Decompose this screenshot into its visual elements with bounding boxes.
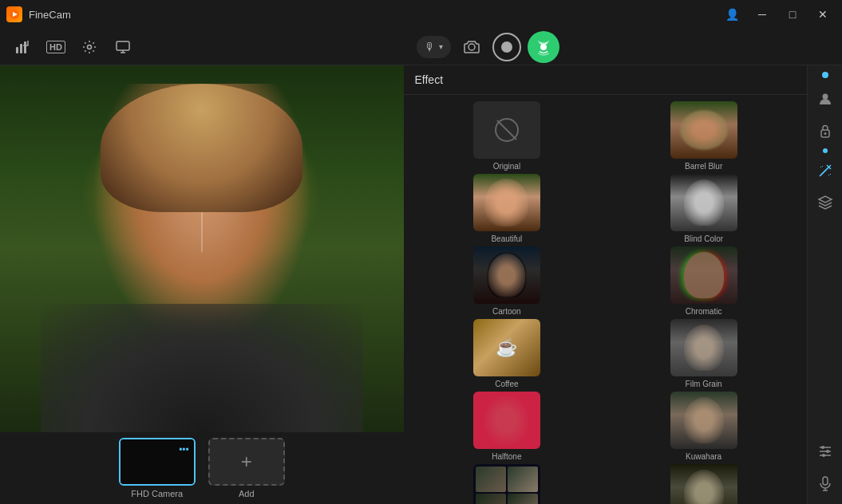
effect-thumb-old-film xyxy=(670,464,737,504)
effect-thumb-chromatic xyxy=(670,246,737,304)
svg-point-13 xyxy=(822,94,828,100)
wand-icon-button[interactable] xyxy=(811,156,840,185)
camera-thumb-dots: ••• xyxy=(179,444,189,455)
svg-rect-3 xyxy=(20,44,22,53)
sliders-icon-button[interactable] xyxy=(811,437,840,466)
svg-rect-2 xyxy=(16,47,18,53)
camera-preview xyxy=(0,65,404,432)
title-bar: FineCam 👤 ─ □ ✕ xyxy=(0,0,842,29)
mic-strip-icon-button[interactable] xyxy=(811,469,840,498)
effect-thumb-original xyxy=(473,101,540,159)
effect-name-coffee: Coffee xyxy=(495,380,518,388)
effect-item-cartoon[interactable]: Cartoon xyxy=(410,246,604,316)
svg-rect-6 xyxy=(117,41,129,50)
effect-name-beautiful: Beautiful xyxy=(491,234,522,243)
toolbar-center: 🎙 ▾ xyxy=(417,31,559,63)
account-button[interactable]: 👤 xyxy=(719,3,745,26)
effect-panel: Effect Original Barrel Blur xyxy=(404,65,808,504)
effect-name-cartoon: Cartoon xyxy=(492,307,521,316)
lock-icon-button[interactable] xyxy=(811,116,840,145)
svg-point-24 xyxy=(822,454,825,457)
title-bar-left: FineCam xyxy=(6,6,71,22)
mic-chevron: ▾ xyxy=(439,42,443,51)
title-bar-controls: 👤 ─ □ ✕ xyxy=(719,3,836,26)
svg-point-10 xyxy=(540,44,547,50)
effect-item-chromatic[interactable]: Chromatic xyxy=(607,246,800,316)
svg-rect-25 xyxy=(823,477,828,485)
blue-dot-top xyxy=(822,72,828,78)
camera-bottom: ••• FHD Camera + Add xyxy=(0,432,404,504)
svg-point-22 xyxy=(821,446,824,449)
effect-name-barrel-blur: Barrel Blur xyxy=(685,162,722,171)
monitor-button[interactable] xyxy=(109,33,137,61)
icon-strip xyxy=(807,65,842,504)
svg-point-15 xyxy=(824,132,826,135)
svg-point-5 xyxy=(88,45,92,49)
effect-thumb-cartoon xyxy=(473,246,540,304)
svg-rect-4 xyxy=(24,41,26,53)
close-button[interactable]: ✕ xyxy=(810,3,836,26)
hd-button[interactable]: HD xyxy=(42,33,70,61)
effect-grid: Original Barrel Blur Beautiful xyxy=(404,95,808,504)
effect-panel-header: Effect xyxy=(404,65,808,95)
svg-point-9 xyxy=(468,44,475,50)
effect-thumb-film-grain xyxy=(670,319,737,376)
effect-item-coffee[interactable]: ☕ Coffee xyxy=(410,319,604,388)
main-content: ••• FHD Camera + Add Effect Original xyxy=(0,65,842,504)
svg-line-12 xyxy=(497,120,516,140)
maximize-button[interactable]: □ xyxy=(780,3,805,26)
effect-thumb-beautiful xyxy=(473,174,540,231)
layers-icon-button[interactable] xyxy=(811,188,840,217)
effect-name-halftone: Halftone xyxy=(492,452,521,461)
effect-thumb-barrel-blur xyxy=(670,101,737,159)
add-camera-label: Add xyxy=(239,489,255,498)
effect-item-original[interactable]: Original xyxy=(410,101,604,171)
effect-item-barrel-blur[interactable]: Barrel Blur xyxy=(607,101,800,171)
person-icon-button[interactable] xyxy=(811,85,840,113)
effect-item-lattice[interactable]: Lattice xyxy=(410,464,604,504)
export-button[interactable] xyxy=(8,33,37,61)
effect-item-old-film[interactable]: Old Film xyxy=(607,464,800,504)
live-button[interactable] xyxy=(528,31,559,63)
effect-name-film-grain: Film Grain xyxy=(686,380,722,388)
effect-thumb-lattice xyxy=(473,464,540,504)
mic-button[interactable]: 🎙 ▾ xyxy=(417,36,451,58)
camera-source: ••• FHD Camera xyxy=(119,438,196,498)
effect-thumb-coffee: ☕ xyxy=(473,319,540,376)
effect-thumb-blind-color xyxy=(670,174,737,231)
effect-panel-title: Effect xyxy=(415,73,444,86)
effect-item-film-grain[interactable]: Film Grain xyxy=(607,319,800,388)
app-icon xyxy=(6,6,22,22)
add-camera-button[interactable]: + xyxy=(208,438,285,486)
effect-item-beautiful[interactable]: Beautiful xyxy=(410,174,604,243)
effect-name-original: Original xyxy=(493,162,520,171)
effect-name-blind-color: Blind Color xyxy=(684,234,723,243)
svg-point-23 xyxy=(826,450,829,453)
effect-name-chromatic: Chromatic xyxy=(686,307,722,316)
camera-thumbnail[interactable]: ••• xyxy=(119,438,196,486)
add-camera: + Add xyxy=(208,438,285,498)
toolbar: HD 🎙 ▾ xyxy=(0,29,842,65)
effect-thumb-halftone xyxy=(473,392,540,449)
camera-source-label: FHD Camera xyxy=(131,489,183,498)
minimize-button[interactable]: ─ xyxy=(749,3,775,26)
effect-item-halftone[interactable]: Halftone xyxy=(410,392,604,461)
camera-area: ••• FHD Camera + Add xyxy=(0,65,404,504)
effect-item-blind-color[interactable]: Blind Color xyxy=(607,174,800,243)
blue-dot-mid xyxy=(823,148,828,153)
effect-name-kuwahara: Kuwahara xyxy=(686,452,721,461)
mic-icon: 🎙 xyxy=(425,41,436,53)
camera-button[interactable] xyxy=(457,33,486,61)
app-title: FineCam xyxy=(29,9,71,21)
settings-button[interactable] xyxy=(75,33,104,61)
effect-thumb-kuwahara xyxy=(670,392,737,449)
record-button[interactable] xyxy=(492,33,521,61)
effect-item-kuwahara[interactable]: Kuwahara xyxy=(607,392,800,461)
